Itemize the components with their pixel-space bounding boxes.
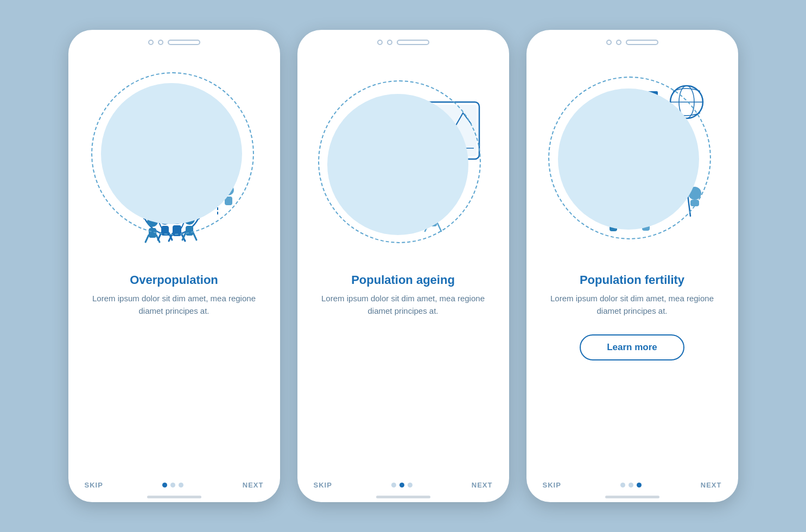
card-desc-overpopulation: Lorem ipsum dolor sit dim amet, mea regi…	[85, 293, 264, 317]
svg-line-20	[193, 233, 196, 240]
status-dot-2	[158, 40, 163, 45]
status-dot-3	[377, 40, 383, 45]
status-bar-3	[606, 40, 658, 45]
illustration-overpopulation	[68, 50, 280, 268]
illustration-fertility: %	[526, 50, 738, 268]
skip-button-2[interactable]: SKIP	[314, 481, 332, 489]
home-bar-3	[605, 496, 659, 498]
status-dot-4	[387, 40, 392, 45]
status-bar-2	[377, 40, 429, 45]
learn-more-button[interactable]: Learn more	[580, 334, 684, 360]
dot-3-active	[637, 483, 642, 487]
card-title-overpopulation: Overpopulation	[130, 273, 218, 287]
dot-1-2	[170, 483, 175, 487]
dashed-circle-1	[91, 72, 254, 235]
dot-3-2	[629, 483, 633, 487]
card-desc-fertility: Lorem ipsum dolor sit dim amet, mea regi…	[543, 293, 722, 317]
card-footer-1: SKIP NEXT	[68, 481, 280, 502]
skip-button-1[interactable]: SKIP	[85, 481, 103, 489]
dashed-circle-3	[548, 77, 711, 239]
phone-card-overpopulation: Overpopulation Lorem ipsum dolor sit dim…	[68, 30, 280, 502]
card-footer-2: SKIP NEXT	[297, 481, 509, 502]
dots-row-3	[620, 483, 642, 487]
card-title-ageing: Population ageing	[351, 273, 455, 287]
dot-1-3	[179, 483, 183, 487]
next-button-3[interactable]: NEXT	[701, 481, 722, 489]
dot-3-1	[620, 483, 625, 487]
next-button-2[interactable]: NEXT	[472, 481, 493, 489]
svg-line-7	[145, 235, 149, 242]
dashed-circle-2	[318, 80, 481, 243]
phone-card-ageing: Population ageing Lorem ipsum dolor sit …	[297, 30, 509, 502]
status-dot-5	[606, 40, 612, 45]
home-bar-2	[376, 496, 430, 498]
skip-button-3[interactable]: SKIP	[543, 481, 561, 489]
dots-row-1	[162, 483, 183, 487]
status-pill-3	[626, 40, 658, 45]
card-title-fertility: Population fertility	[580, 273, 684, 287]
illustration-ageing	[297, 50, 509, 268]
status-bar-1	[148, 40, 200, 45]
dot-2-3	[408, 483, 412, 487]
status-dot-1	[148, 40, 154, 45]
phone-card-fertility: % Population fertility Lorem ipsu	[526, 30, 738, 502]
card-footer-3: SKIP NEXT	[526, 481, 738, 502]
dot-2-1	[391, 483, 396, 487]
card-desc-ageing: Lorem ipsum dolor sit dim amet, mea regi…	[314, 293, 493, 317]
home-bar-1	[147, 496, 201, 498]
dots-row-2	[391, 483, 412, 487]
status-dot-6	[616, 40, 621, 45]
status-pill-2	[397, 40, 429, 45]
dot-1-active	[162, 483, 167, 487]
status-pill	[168, 40, 200, 45]
dot-2-active	[399, 483, 404, 487]
next-button-1[interactable]: NEXT	[243, 481, 264, 489]
